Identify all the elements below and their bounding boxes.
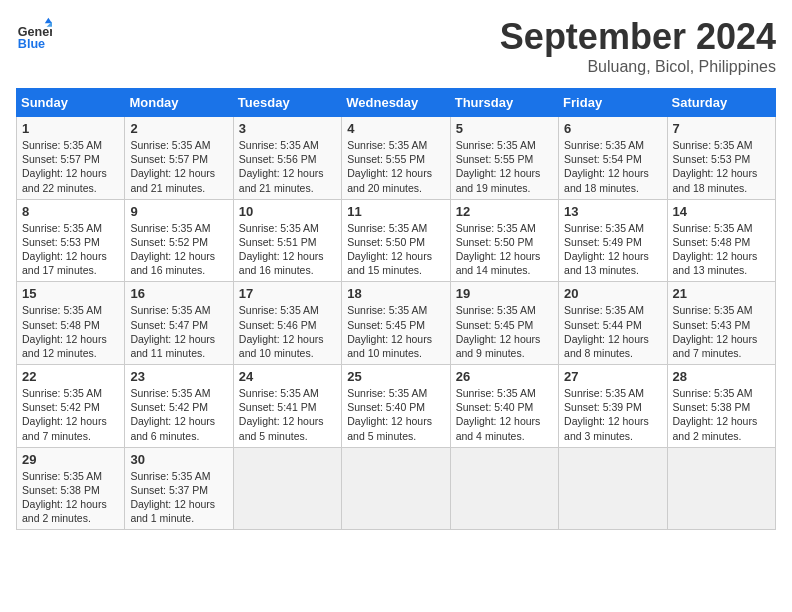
day-info: Sunrise: 5:35 AM Sunset: 5:46 PM Dayligh…	[239, 303, 336, 360]
calendar-cell: 28Sunrise: 5:35 AM Sunset: 5:38 PM Dayli…	[667, 365, 775, 448]
calendar-cell: 22Sunrise: 5:35 AM Sunset: 5:42 PM Dayli…	[17, 365, 125, 448]
calendar-cell: 25Sunrise: 5:35 AM Sunset: 5:40 PM Dayli…	[342, 365, 450, 448]
day-info: Sunrise: 5:35 AM Sunset: 5:43 PM Dayligh…	[673, 303, 770, 360]
day-info: Sunrise: 5:35 AM Sunset: 5:48 PM Dayligh…	[673, 221, 770, 278]
day-number: 21	[673, 286, 770, 301]
day-info: Sunrise: 5:35 AM Sunset: 5:39 PM Dayligh…	[564, 386, 661, 443]
day-info: Sunrise: 5:35 AM Sunset: 5:40 PM Dayligh…	[456, 386, 553, 443]
calendar-cell: 15Sunrise: 5:35 AM Sunset: 5:48 PM Dayli…	[17, 282, 125, 365]
day-number: 16	[130, 286, 227, 301]
day-number: 28	[673, 369, 770, 384]
day-info: Sunrise: 5:35 AM Sunset: 5:42 PM Dayligh…	[130, 386, 227, 443]
day-number: 13	[564, 204, 661, 219]
day-number: 24	[239, 369, 336, 384]
day-number: 12	[456, 204, 553, 219]
day-number: 25	[347, 369, 444, 384]
day-number: 23	[130, 369, 227, 384]
day-number: 5	[456, 121, 553, 136]
weekday-header-monday: Monday	[125, 89, 233, 117]
weekday-header-friday: Friday	[559, 89, 667, 117]
day-number: 29	[22, 452, 119, 467]
header: General Blue September 2024 Buluang, Bic…	[16, 16, 776, 76]
day-info: Sunrise: 5:35 AM Sunset: 5:55 PM Dayligh…	[347, 138, 444, 195]
day-info: Sunrise: 5:35 AM Sunset: 5:56 PM Dayligh…	[239, 138, 336, 195]
day-number: 30	[130, 452, 227, 467]
day-info: Sunrise: 5:35 AM Sunset: 5:57 PM Dayligh…	[22, 138, 119, 195]
day-info: Sunrise: 5:35 AM Sunset: 5:55 PM Dayligh…	[456, 138, 553, 195]
calendar-cell: 29Sunrise: 5:35 AM Sunset: 5:38 PM Dayli…	[17, 447, 125, 530]
day-number: 8	[22, 204, 119, 219]
weekday-header-tuesday: Tuesday	[233, 89, 341, 117]
day-info: Sunrise: 5:35 AM Sunset: 5:45 PM Dayligh…	[347, 303, 444, 360]
day-info: Sunrise: 5:35 AM Sunset: 5:45 PM Dayligh…	[456, 303, 553, 360]
calendar-cell	[450, 447, 558, 530]
calendar-cell: 14Sunrise: 5:35 AM Sunset: 5:48 PM Dayli…	[667, 199, 775, 282]
day-number: 20	[564, 286, 661, 301]
calendar-cell: 30Sunrise: 5:35 AM Sunset: 5:37 PM Dayli…	[125, 447, 233, 530]
day-info: Sunrise: 5:35 AM Sunset: 5:50 PM Dayligh…	[347, 221, 444, 278]
calendar-cell	[559, 447, 667, 530]
day-number: 6	[564, 121, 661, 136]
svg-marker-2	[45, 18, 52, 23]
weekday-header-saturday: Saturday	[667, 89, 775, 117]
day-number: 11	[347, 204, 444, 219]
day-number: 3	[239, 121, 336, 136]
calendar-cell: 23Sunrise: 5:35 AM Sunset: 5:42 PM Dayli…	[125, 365, 233, 448]
day-number: 9	[130, 204, 227, 219]
calendar-cell: 5Sunrise: 5:35 AM Sunset: 5:55 PM Daylig…	[450, 117, 558, 200]
calendar-cell: 9Sunrise: 5:35 AM Sunset: 5:52 PM Daylig…	[125, 199, 233, 282]
calendar-cell: 16Sunrise: 5:35 AM Sunset: 5:47 PM Dayli…	[125, 282, 233, 365]
day-info: Sunrise: 5:35 AM Sunset: 5:51 PM Dayligh…	[239, 221, 336, 278]
calendar-cell: 24Sunrise: 5:35 AM Sunset: 5:41 PM Dayli…	[233, 365, 341, 448]
day-info: Sunrise: 5:35 AM Sunset: 5:50 PM Dayligh…	[456, 221, 553, 278]
calendar-cell: 11Sunrise: 5:35 AM Sunset: 5:50 PM Dayli…	[342, 199, 450, 282]
calendar-cell: 26Sunrise: 5:35 AM Sunset: 5:40 PM Dayli…	[450, 365, 558, 448]
day-info: Sunrise: 5:35 AM Sunset: 5:53 PM Dayligh…	[673, 138, 770, 195]
weekday-header-wednesday: Wednesday	[342, 89, 450, 117]
calendar-cell: 27Sunrise: 5:35 AM Sunset: 5:39 PM Dayli…	[559, 365, 667, 448]
day-number: 4	[347, 121, 444, 136]
day-number: 18	[347, 286, 444, 301]
day-info: Sunrise: 5:35 AM Sunset: 5:54 PM Dayligh…	[564, 138, 661, 195]
day-info: Sunrise: 5:35 AM Sunset: 5:48 PM Dayligh…	[22, 303, 119, 360]
calendar-cell: 7Sunrise: 5:35 AM Sunset: 5:53 PM Daylig…	[667, 117, 775, 200]
calendar-cell: 6Sunrise: 5:35 AM Sunset: 5:54 PM Daylig…	[559, 117, 667, 200]
day-number: 1	[22, 121, 119, 136]
day-number: 19	[456, 286, 553, 301]
day-number: 17	[239, 286, 336, 301]
day-info: Sunrise: 5:35 AM Sunset: 5:37 PM Dayligh…	[130, 469, 227, 526]
calendar-cell: 19Sunrise: 5:35 AM Sunset: 5:45 PM Dayli…	[450, 282, 558, 365]
calendar-table: SundayMondayTuesdayWednesdayThursdayFrid…	[16, 88, 776, 530]
calendar-cell: 21Sunrise: 5:35 AM Sunset: 5:43 PM Dayli…	[667, 282, 775, 365]
day-info: Sunrise: 5:35 AM Sunset: 5:41 PM Dayligh…	[239, 386, 336, 443]
day-info: Sunrise: 5:35 AM Sunset: 5:53 PM Dayligh…	[22, 221, 119, 278]
svg-text:Blue: Blue	[18, 37, 45, 51]
title-area: September 2024 Buluang, Bicol, Philippin…	[500, 16, 776, 76]
day-info: Sunrise: 5:35 AM Sunset: 5:47 PM Dayligh…	[130, 303, 227, 360]
day-info: Sunrise: 5:35 AM Sunset: 5:42 PM Dayligh…	[22, 386, 119, 443]
weekday-header-sunday: Sunday	[17, 89, 125, 117]
logo: General Blue	[16, 16, 52, 52]
calendar-cell: 8Sunrise: 5:35 AM Sunset: 5:53 PM Daylig…	[17, 199, 125, 282]
calendar-cell: 12Sunrise: 5:35 AM Sunset: 5:50 PM Dayli…	[450, 199, 558, 282]
calendar-cell	[342, 447, 450, 530]
day-info: Sunrise: 5:35 AM Sunset: 5:57 PM Dayligh…	[130, 138, 227, 195]
day-number: 10	[239, 204, 336, 219]
day-number: 7	[673, 121, 770, 136]
calendar-cell: 2Sunrise: 5:35 AM Sunset: 5:57 PM Daylig…	[125, 117, 233, 200]
month-title: September 2024	[500, 16, 776, 58]
day-info: Sunrise: 5:35 AM Sunset: 5:38 PM Dayligh…	[22, 469, 119, 526]
logo-icon: General Blue	[16, 16, 52, 52]
calendar-cell	[667, 447, 775, 530]
day-info: Sunrise: 5:35 AM Sunset: 5:38 PM Dayligh…	[673, 386, 770, 443]
day-info: Sunrise: 5:35 AM Sunset: 5:40 PM Dayligh…	[347, 386, 444, 443]
location-title: Buluang, Bicol, Philippines	[500, 58, 776, 76]
day-number: 14	[673, 204, 770, 219]
day-info: Sunrise: 5:35 AM Sunset: 5:44 PM Dayligh…	[564, 303, 661, 360]
weekday-header-thursday: Thursday	[450, 89, 558, 117]
day-number: 2	[130, 121, 227, 136]
day-number: 22	[22, 369, 119, 384]
calendar-cell: 4Sunrise: 5:35 AM Sunset: 5:55 PM Daylig…	[342, 117, 450, 200]
day-info: Sunrise: 5:35 AM Sunset: 5:52 PM Dayligh…	[130, 221, 227, 278]
calendar-cell: 3Sunrise: 5:35 AM Sunset: 5:56 PM Daylig…	[233, 117, 341, 200]
